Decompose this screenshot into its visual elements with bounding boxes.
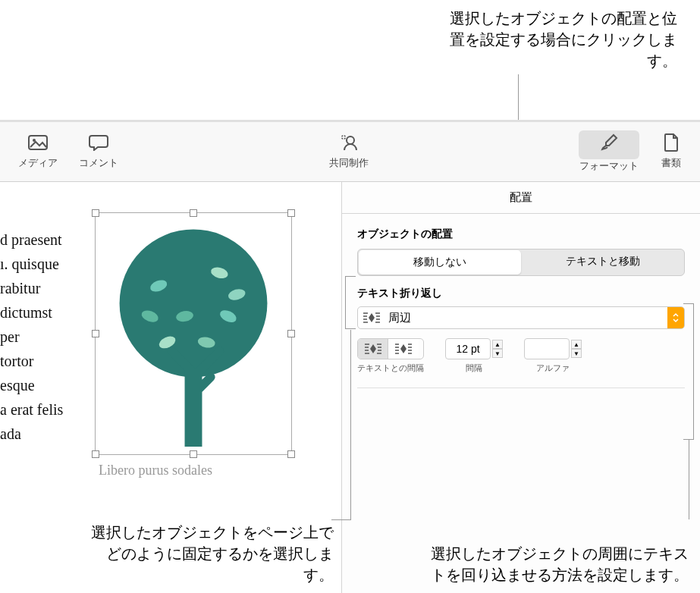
- toolbar-collab-button[interactable]: 共同制作: [329, 133, 369, 170]
- toolbar: メディア コメント 共同制作 フォーマット 書類: [0, 120, 700, 182]
- comment-icon: [88, 133, 109, 152]
- callout-bottom-left: 選択したオブジェクトをページ上でどのように固定するかを選択します。: [83, 522, 334, 585]
- toolbar-media-button[interactable]: メディア: [18, 133, 58, 170]
- text-fit-buttons: [357, 338, 424, 359]
- resize-handle[interactable]: [287, 209, 295, 217]
- selected-object[interactable]: [95, 212, 292, 455]
- callout-leader: [331, 519, 351, 520]
- document-icon: [661, 133, 682, 152]
- callout-bracket-left: [345, 276, 356, 329]
- resize-handle[interactable]: [190, 450, 197, 458]
- gap-label: 間隔: [445, 362, 503, 374]
- resize-handle[interactable]: [92, 209, 99, 217]
- gap-input[interactable]: [445, 338, 491, 359]
- callout-leader: [350, 330, 351, 519]
- resize-handle[interactable]: [92, 450, 99, 458]
- callout-top: 選択したオブジェクトの配置と位置を設定する場合にクリックします。: [450, 8, 677, 71]
- resize-handle[interactable]: [92, 330, 99, 337]
- chevron-updown-icon: [667, 307, 684, 328]
- stay-on-page-button[interactable]: 移動しない: [359, 250, 521, 275]
- text-wrap-dropdown[interactable]: 周辺: [357, 306, 685, 329]
- move-with-text-button[interactable]: テキストと移動: [522, 249, 684, 275]
- alpha-input[interactable]: [524, 338, 570, 359]
- stepper-up-button[interactable]: ▲: [492, 340, 503, 349]
- toolbar-comment-button[interactable]: コメント: [79, 133, 118, 170]
- body-text: d praesent ı. quisque rabitur dictumst p…: [0, 227, 63, 446]
- collaborate-icon: [338, 133, 359, 152]
- resize-handle[interactable]: [287, 330, 295, 337]
- divider: [357, 387, 685, 388]
- callout-leader-top: [518, 74, 519, 122]
- fit-contour-button[interactable]: [358, 339, 388, 359]
- image-icon: [27, 133, 49, 152]
- dropdown-value: 周辺: [385, 311, 667, 325]
- resize-handle[interactable]: [190, 209, 197, 217]
- toolbar-document-button[interactable]: 書類: [661, 133, 682, 170]
- tab-arrange[interactable]: 配置: [342, 182, 700, 214]
- toolbar-label: コメント: [79, 156, 118, 170]
- tree-image: [96, 213, 291, 454]
- inspector-sidebar: 配置 オブジェクトの配置 移動しない テキストと移動 テキスト折り返し 周辺: [341, 182, 700, 593]
- callout-bottom-right: 選択したオブジェクトの周囲にテキストを回り込ませる方法を設定します。: [431, 543, 689, 585]
- wrap-around-icon: [358, 312, 385, 324]
- callout-bracket-right: [683, 303, 694, 440]
- section-heading: オブジェクトの配置: [357, 227, 685, 241]
- svg-rect-0: [29, 136, 47, 149]
- image-caption[interactable]: Libero purus sodales: [99, 463, 212, 478]
- stepper-down-button[interactable]: ▼: [492, 349, 503, 358]
- stepper-up-button[interactable]: ▲: [571, 340, 582, 349]
- spacing-label: テキストとの間隔: [357, 362, 424, 374]
- toolbar-label: メディア: [18, 156, 58, 170]
- placement-segmented-control: 移動しない テキストと移動: [357, 249, 685, 276]
- resize-handle[interactable]: [287, 450, 295, 458]
- document-canvas[interactable]: d praesent ı. quisque rabitur dictumst p…: [0, 182, 341, 493]
- toolbar-label: フォーマット: [579, 159, 639, 173]
- toolbar-label: 共同制作: [329, 156, 369, 170]
- paintbrush-icon: [598, 133, 620, 152]
- wrap-heading: テキスト折り返し: [357, 287, 685, 300]
- fit-rect-button[interactable]: [388, 339, 419, 359]
- callout-leader: [689, 440, 689, 519]
- alpha-label: アルファ: [524, 362, 582, 374]
- toolbar-label: 書類: [661, 156, 681, 170]
- svg-point-4: [120, 229, 268, 377]
- toolbar-format-button[interactable]: フォーマット: [579, 130, 639, 173]
- svg-point-2: [347, 136, 354, 144]
- stepper-down-button[interactable]: ▼: [571, 349, 582, 358]
